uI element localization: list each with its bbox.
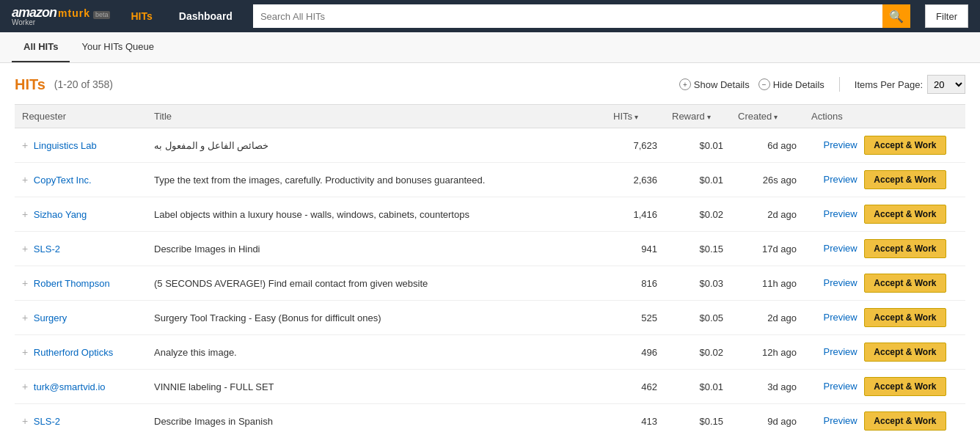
cell-title: خصائص الفاعل و المفعول به <box>147 128 606 163</box>
table-row: + CopyText Inc. Type the text from the i… <box>15 163 965 197</box>
hide-details-button[interactable]: − Hide Details <box>758 78 824 90</box>
th-reward[interactable]: Reward <box>665 105 731 128</box>
header: amazon mturk beta Worker HITs Dashboard … <box>0 0 980 32</box>
logo: amazon mturk beta Worker <box>12 6 110 26</box>
table-row: + SLS-2 Describe Images in Spanish 413 $… <box>15 404 965 433</box>
cell-hits: 1,416 <box>606 197 665 232</box>
preview-link[interactable]: Preview <box>823 381 857 392</box>
preview-link[interactable]: Preview <box>823 277 857 288</box>
search-input[interactable] <box>253 4 882 28</box>
worker-label: Worker <box>12 19 35 26</box>
th-requester[interactable]: Requester <box>15 105 147 128</box>
accept-work-button[interactable]: Accept & Work <box>864 170 946 189</box>
cell-actions: Preview Accept & Work <box>804 232 965 266</box>
cell-requester: + Rutherford Opticks <box>15 335 147 370</box>
cell-hits: 525 <box>606 301 665 335</box>
items-per-page: Items Per Page: 10 20 50 100 <box>855 75 965 94</box>
accept-work-button[interactable]: Accept & Work <box>864 308 946 327</box>
nav-dashboard[interactable]: Dashboard <box>173 10 238 22</box>
preview-link[interactable]: Preview <box>823 415 857 426</box>
th-created[interactable]: Created <box>731 105 804 128</box>
filter-button[interactable]: Filter <box>925 4 968 28</box>
cell-hits: 462 <box>606 370 665 404</box>
nav-hits[interactable]: HITs <box>125 10 158 22</box>
hits-header: HITs (1-20 of 358) + Show Details − Hide… <box>15 75 965 94</box>
show-details-label: Show Details <box>694 79 750 90</box>
preview-link[interactable]: Preview <box>823 208 857 219</box>
table-row: + Rutherford Opticks Analyze this image.… <box>15 335 965 370</box>
cell-created: 26s ago <box>731 163 804 197</box>
cell-reward: $0.15 <box>665 404 731 433</box>
requester-link[interactable]: SLS-2 <box>34 244 60 255</box>
cell-title: Describe Images in Hindi <box>147 232 606 266</box>
cell-actions: Preview Accept & Work <box>804 404 965 433</box>
tab-all-hits[interactable]: All HITs <box>12 32 70 62</box>
accept-work-button[interactable]: Accept & Work <box>864 239 946 258</box>
requester-link[interactable]: Surgery <box>34 312 67 323</box>
show-details-icon: + <box>679 78 691 90</box>
table-row: + SLS-2 Describe Images in Hindi 941 $0.… <box>15 232 965 266</box>
items-per-page-label: Items Per Page: <box>855 79 923 90</box>
expand-icon[interactable]: + <box>22 139 28 151</box>
cell-hits: 7,623 <box>606 128 665 163</box>
tab-your-hits-queue[interactable]: Your HITs Queue <box>70 32 166 62</box>
expand-icon[interactable]: + <box>22 381 28 392</box>
th-hits[interactable]: HITs <box>606 105 665 128</box>
show-details-button[interactable]: + Show Details <box>679 78 750 90</box>
table-row: + turk@smartvid.io VINNIE labeling - FUL… <box>15 370 965 404</box>
hits-table: Requester Title HITs Reward Created Acti… <box>15 104 965 432</box>
cell-actions: Preview Accept & Work <box>804 335 965 370</box>
search-icon: 🔍 <box>889 10 904 23</box>
expand-icon[interactable]: + <box>22 208 28 220</box>
cell-requester: + Surgery <box>15 301 147 335</box>
requester-link[interactable]: CopyText Inc. <box>34 175 92 186</box>
preview-link[interactable]: Preview <box>823 139 857 150</box>
cell-actions: Preview Accept & Work <box>804 301 965 335</box>
expand-icon[interactable]: + <box>22 174 28 186</box>
requester-link[interactable]: turk@smartvid.io <box>34 381 106 392</box>
cell-created: 17d ago <box>731 232 804 266</box>
preview-link[interactable]: Preview <box>823 174 857 185</box>
cell-requester: + Sizhao Yang <box>15 197 147 232</box>
cell-requester: + Robert Thompson <box>15 266 147 301</box>
accept-work-button[interactable]: Accept & Work <box>864 343 946 362</box>
preview-link[interactable]: Preview <box>823 243 857 254</box>
requester-link[interactable]: Robert Thompson <box>34 278 110 289</box>
preview-link[interactable]: Preview <box>823 346 857 357</box>
search-button[interactable]: 🔍 <box>882 4 910 28</box>
expand-icon[interactable]: + <box>22 346 28 358</box>
expand-icon[interactable]: + <box>22 312 28 323</box>
cell-reward: $0.02 <box>665 335 731 370</box>
requester-link[interactable]: SLS-2 <box>34 416 60 427</box>
preview-link[interactable]: Preview <box>823 312 857 323</box>
main-content: HITs (1-20 of 358) + Show Details − Hide… <box>0 63 980 432</box>
cell-reward: $0.05 <box>665 301 731 335</box>
accept-work-button[interactable]: Accept & Work <box>864 205 946 224</box>
accept-work-button[interactable]: Accept & Work <box>864 411 946 431</box>
requester-link[interactable]: Sizhao Yang <box>34 209 87 220</box>
expand-icon[interactable]: + <box>22 415 28 427</box>
accept-work-button[interactable]: Accept & Work <box>864 136 946 155</box>
cell-hits: 413 <box>606 404 665 433</box>
accept-work-button[interactable]: Accept & Work <box>864 377 946 396</box>
cell-actions: Preview Accept & Work <box>804 128 965 163</box>
beta-badge: beta <box>93 11 111 19</box>
table-row: + Linguistics Lab خصائص الفاعل و المفعول… <box>15 128 965 163</box>
cell-requester: + CopyText Inc. <box>15 163 147 197</box>
cell-title: Type the text from the images, carefully… <box>147 163 606 197</box>
cell-created: 6d ago <box>731 128 804 163</box>
expand-icon[interactable]: + <box>22 277 28 289</box>
requester-link[interactable]: Linguistics Lab <box>34 140 97 151</box>
accept-work-button[interactable]: Accept & Work <box>864 274 946 293</box>
cell-title: VINNIE labeling - FULL SET <box>147 370 606 404</box>
hide-details-label: Hide Details <box>773 79 824 90</box>
cell-hits: 2,636 <box>606 163 665 197</box>
cell-title: Analyze this image. <box>147 335 606 370</box>
cell-requester: + SLS-2 <box>15 404 147 433</box>
cell-title: (5 SECONDS AVERAGE!) Find email contact … <box>147 266 606 301</box>
expand-icon[interactable]: + <box>22 243 28 255</box>
items-per-page-select[interactable]: 10 20 50 100 <box>927 75 965 94</box>
cell-actions: Preview Accept & Work <box>804 163 965 197</box>
hits-tbody: + Linguistics Lab خصائص الفاعل و المفعول… <box>15 128 965 433</box>
requester-link[interactable]: Rutherford Opticks <box>34 347 113 358</box>
